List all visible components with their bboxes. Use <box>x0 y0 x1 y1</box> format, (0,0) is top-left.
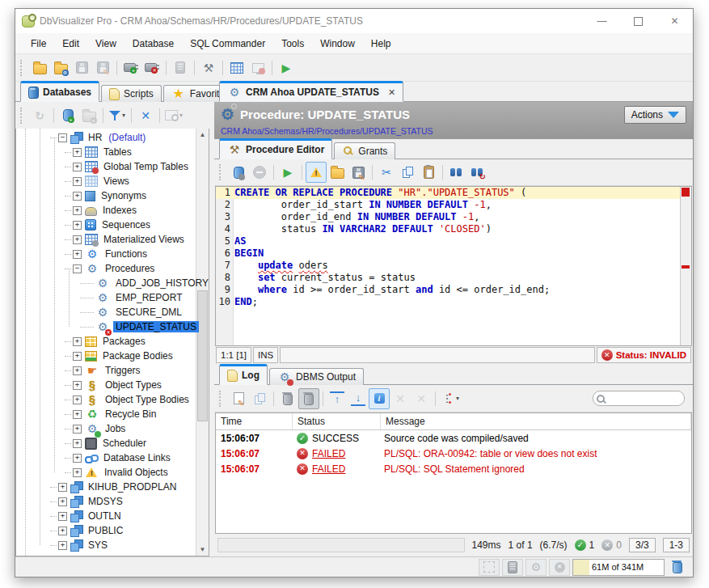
tree-item-tables[interactable]: +Tables <box>16 145 196 159</box>
column-message[interactable]: Message <box>381 413 691 429</box>
log-row[interactable]: 15:06:07✕FAILEDPL/SQL: ORA-00942: table … <box>216 446 691 461</box>
expand-node-icon[interactable]: + <box>58 527 67 535</box>
expand-node-icon[interactable]: + <box>73 410 82 419</box>
tree-item-scheduler[interactable]: +Scheduler <box>16 436 196 451</box>
tree-item-database-links[interactable]: +Database Links <box>16 451 196 465</box>
tree-item-label[interactable]: HR <box>86 132 104 143</box>
tree-item-label[interactable]: Object Type Bodies <box>103 394 192 405</box>
scroll-up-arrow[interactable]: ▲ <box>196 129 209 141</box>
tree-item-label[interactable]: Materialized Views <box>101 234 187 245</box>
tree-item-label[interactable]: SYS <box>86 539 110 551</box>
tree-item-label[interactable]: Tables <box>101 146 134 158</box>
tree-item-update-status[interactable]: ⚙✕UPDATE_STATUS <box>16 319 196 334</box>
minimize-button[interactable]: — <box>584 9 620 33</box>
tree-item-synonyms[interactable]: +Synonyms <box>16 188 196 203</box>
expand-node-icon[interactable]: + <box>73 468 82 477</box>
disconnect-button[interactable]: ✕ <box>141 57 162 78</box>
expand-node-icon[interactable]: + <box>73 148 82 157</box>
tab-dbms-output[interactable]: ⚙DBMS Output <box>269 368 364 385</box>
connect-button[interactable]: + <box>120 57 141 78</box>
tree-item-object-type-bodies[interactable]: +§Object Type Bodies <box>16 392 196 407</box>
expand-node-icon[interactable]: + <box>73 439 82 448</box>
expand-node-icon[interactable]: + <box>73 250 82 259</box>
find-button[interactable] <box>446 162 467 183</box>
tree-item-label[interactable]: OUTLN <box>86 510 124 522</box>
dropdown-caret-icon[interactable]: ▾ <box>456 395 459 402</box>
column-time[interactable]: Time <box>216 413 293 429</box>
log-search-input[interactable] <box>606 393 674 404</box>
menu-view[interactable]: View <box>88 36 124 52</box>
code-line-7[interactable]: 7 update oders <box>216 260 680 272</box>
tree-item-label[interactable]: Database Links <box>101 452 173 463</box>
tree-item-package-bodies[interactable]: +Package Bodies <box>16 349 196 363</box>
close-button[interactable]: ✕ <box>656 9 693 33</box>
code-line-6[interactable]: 6BEGIN <box>216 247 680 260</box>
tree-item-label[interactable]: UPDATE_STATUS <box>113 321 199 332</box>
tree-scrollbar[interactable]: ▲ ▼ <box>196 129 209 556</box>
expand-node-icon[interactable]: + <box>73 206 82 215</box>
sql-editor[interactable]: 1CREATE OR REPLACE PROCEDURE "HR"."UPDAT… <box>215 186 692 346</box>
tree-item-indexes[interactable]: +Indexes <box>16 203 196 218</box>
tree-item-recycle-bin[interactable]: +♻Recycle Bin <box>16 407 196 421</box>
expand-node-icon[interactable]: + <box>73 163 82 171</box>
tree-item-label[interactable]: KIHUB_PRODPLAN <box>86 481 179 493</box>
tree-item-label[interactable]: Indexes <box>100 205 139 216</box>
expand-node-icon[interactable]: + <box>73 396 82 404</box>
tree-item-procedures[interactable]: −⚙Procedures <box>16 261 196 276</box>
collapse-all-button[interactable]: ✕ <box>135 105 156 126</box>
run-gc-button[interactable] <box>667 556 688 577</box>
open-file-button[interactable] <box>29 57 50 78</box>
actions-button[interactable]: Actions <box>624 106 686 124</box>
find-replace-button[interactable]: ↻ <box>467 162 488 183</box>
tree-item-label[interactable]: Procedures <box>103 263 157 274</box>
tree-item-label[interactable]: Scheduler <box>100 438 149 449</box>
tree-item-materialized-views[interactable]: +Materialized Views <box>16 232 196 247</box>
menu-database[interactable]: Database <box>125 36 181 52</box>
tree-item-outln[interactable]: +OUTLN <box>16 509 196 523</box>
tree-item-label[interactable]: EMP_REPORT <box>113 292 184 303</box>
column-status[interactable]: Status <box>293 413 381 429</box>
row-spacing-button[interactable]: ⋮▾ <box>439 388 460 409</box>
code-line-4[interactable]: 4 status IN VARCHAR2 DEFAULT 'CLOSED') <box>216 223 680 235</box>
toolbar-grip[interactable] <box>219 164 224 180</box>
tree-item-label[interactable]: Package Bodies <box>100 350 175 362</box>
expand-node-icon[interactable]: + <box>58 512 67 521</box>
expand-node-icon[interactable]: + <box>58 483 67 492</box>
tree-item-secure-dml[interactable]: ⚙SECURE_DML <box>16 305 196 319</box>
log-search-box[interactable] <box>593 391 685 406</box>
expand-node-icon[interactable]: + <box>73 337 82 346</box>
code-line-3[interactable]: 3 order_id_end IN NUMBER DEFAULT -1, <box>216 211 680 223</box>
expand-node-icon[interactable]: + <box>73 192 82 201</box>
expand-node-icon[interactable]: + <box>73 366 82 375</box>
toolbar-grip[interactable] <box>20 60 25 76</box>
tree-item-label[interactable]: SECURE_DML <box>113 307 184 318</box>
expand-node-icon[interactable]: + <box>73 454 82 463</box>
open-file-settings-button[interactable]: ⚙ <box>50 57 71 78</box>
tab-scripts[interactable]: Scripts <box>101 85 162 102</box>
toolbar-grip[interactable] <box>20 108 25 124</box>
tree-item-label[interactable]: Recycle Bin <box>103 408 158 420</box>
save-to-file-button[interactable]: ✎ <box>348 162 369 183</box>
paste-button[interactable] <box>418 162 439 183</box>
save-procedure-button[interactable] <box>228 162 249 183</box>
menu-sql-commander[interactable]: SQL Commander <box>183 36 272 52</box>
dropdown-caret-icon[interactable]: ▾ <box>122 112 125 119</box>
tree-item-label[interactable]: Views <box>101 176 132 187</box>
code-line-1[interactable]: 1CREATE OR REPLACE PROCEDURE "HR"."UPDAT… <box>216 187 680 199</box>
tab-databases[interactable]: Databases <box>20 81 99 102</box>
tool-properties-button[interactable]: ⚒ <box>198 57 219 78</box>
tab-grants[interactable]: Grants <box>334 142 395 159</box>
expand-node-icon[interactable]: + <box>73 352 82 361</box>
tree-item-hr[interactable]: −HR(Default) <box>16 130 196 145</box>
collapse-node-icon[interactable]: − <box>73 264 82 273</box>
dropdown-caret-icon[interactable]: ▾ <box>179 112 183 119</box>
tree-item-sequences[interactable]: +Sequences <box>16 218 196 232</box>
expand-node-icon[interactable]: + <box>73 425 82 434</box>
error-marker[interactable] <box>682 188 690 197</box>
tree-item-invalid-objects[interactable]: +Invalid Objects <box>16 465 196 480</box>
tree-item-object-types[interactable]: +§Object Types <box>16 378 196 392</box>
tree-item-label[interactable]: Global Temp Tables <box>101 161 191 172</box>
menu-tools[interactable]: Tools <box>274 36 311 52</box>
menu-window[interactable]: Window <box>313 36 362 52</box>
execute-button[interactable]: ▶ <box>277 162 298 183</box>
